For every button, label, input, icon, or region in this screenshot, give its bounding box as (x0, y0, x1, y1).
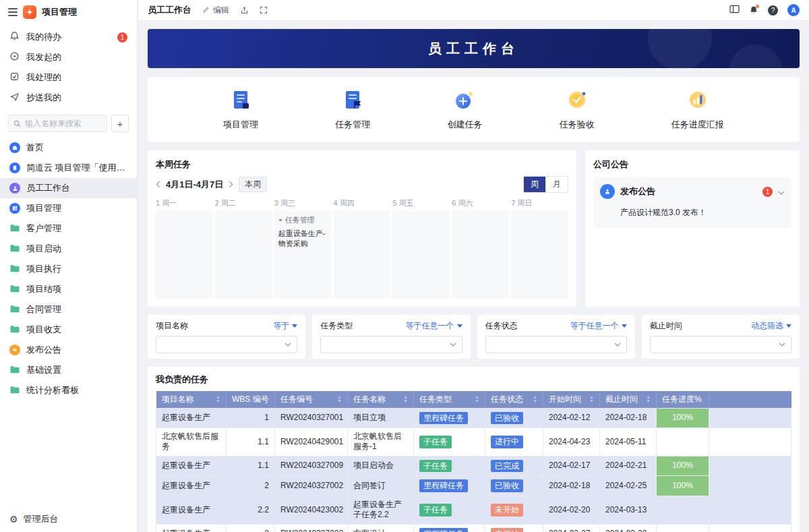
person-icon (9, 183, 20, 194)
cell-start-date: 2024-02-12 (543, 408, 600, 427)
sidebar-item-processed-by-me[interactable]: 我处理的 (0, 67, 137, 88)
caret-down-icon (622, 324, 627, 328)
this-week-button[interactable]: 本周 (239, 177, 267, 192)
sidebar-item-initiated-by-me[interactable]: 我发起的 (0, 47, 137, 67)
column-header-project[interactable]: 项目名称▲▼ (156, 391, 227, 408)
sort-icon: ▲▼ (216, 395, 220, 403)
sidebar-item-cc-to-me[interactable]: 抄送我的 (0, 88, 137, 108)
calendar-event[interactable]: 起重设备生产-物资采购 (278, 229, 328, 249)
admin-console-link[interactable]: ⚙ 管理后台 (0, 506, 137, 532)
filter-deadline: 截止时间 动态筛选 (642, 315, 800, 359)
apps-icon (9, 203, 20, 214)
column-header-task-type[interactable]: 任务类型▲▼ (414, 391, 485, 408)
sidebar-item-project-execution[interactable]: 项目执行 (0, 259, 137, 279)
filter-operator[interactable]: 等于任意一个 (406, 320, 462, 332)
sidebar-item-contract-management[interactable]: 合同管理 (0, 299, 137, 320)
column-header-progress[interactable]: 任务进度%▲▼ (657, 391, 709, 408)
filter-operator[interactable]: 等于 (273, 320, 297, 332)
column-header-wbs[interactable]: WBS 编号▲▲▼ (227, 391, 275, 408)
column-header-start-date[interactable]: 开始时间▲▼ (543, 391, 600, 408)
quick-action-create-task[interactable]: 创建任务 (447, 88, 482, 131)
help-icon[interactable]: ? (768, 5, 778, 16)
day-column-thursday[interactable] (334, 211, 391, 299)
sidebar-item-analytics-dashboard[interactable]: 统计分析看板 (0, 380, 137, 401)
column-header-task-status[interactable]: 任务状态▲▼ (485, 391, 543, 408)
filter-select[interactable] (320, 336, 462, 353)
day-column-tuesday[interactable] (215, 211, 272, 299)
table-row[interactable]: 北京帆软售后服务 1.1 RW20240429001 北京帆软售后服务-1 子任… (156, 427, 791, 456)
sidebar-item-home[interactable]: 首页 (0, 138, 137, 158)
day-column-saturday[interactable] (452, 211, 509, 299)
cell-task-code: RW20240423002 (275, 496, 348, 524)
sidebar-item-project-finance[interactable]: 项目收支 (0, 320, 137, 340)
day-column-sunday[interactable] (511, 211, 568, 299)
task-status-badge: 未开始 (491, 528, 523, 532)
quick-action-task-management[interactable]: 任务管理 (335, 88, 370, 131)
cell-start-date: 2024-02-27 (543, 525, 600, 532)
cell-task-status: 进行中 (485, 427, 543, 456)
sidebar-item-project-start[interactable]: 项目启动 (0, 239, 137, 259)
filter-label: 任务状态 (485, 320, 518, 332)
table-row[interactable]: 起重设备生产 2 RW20240327002 合同签订 里程碑任务 已验收 20… (156, 476, 791, 496)
sidebar-item-label: 我的待办 (26, 31, 61, 43)
sidebar-item-basic-settings[interactable]: 基础设置 (0, 360, 137, 380)
filter-operator[interactable]: 等于任意一个 (570, 320, 627, 332)
cell-end-date: 2024-02-18 (600, 408, 657, 427)
cell-extra (709, 496, 791, 524)
edit-button[interactable]: 编辑 (202, 5, 229, 16)
sidebar-item-project-closure[interactable]: 项目结项 (0, 279, 137, 299)
filter-select[interactable] (156, 336, 297, 353)
sidebar-item-customer-management[interactable]: 客户管理 (0, 218, 137, 239)
column-header-end-date[interactable]: 截止时间▲▼ (600, 391, 657, 408)
column-header-extra (709, 391, 791, 408)
cell-progress (657, 525, 709, 532)
quick-action-task-acceptance[interactable]: 任务验收 (560, 88, 595, 131)
sidebar-item-user-guide[interactable]: 简道云 项目管理「使用说明」 (0, 158, 137, 178)
quick-action-task-progress-report[interactable]: 任务进度汇报 (671, 88, 724, 131)
table-row[interactable]: 起重设备生产 2.2 RW20240423002 起重设备生产子任务2.2 子任… (156, 496, 791, 524)
chevron-right-icon[interactable] (229, 181, 233, 188)
add-button[interactable]: + (111, 115, 129, 132)
sidebar-item-publish-announcement[interactable]: 发布公告 (0, 340, 137, 360)
day-column-wednesday[interactable]: 任务管理 起重设备生产-物资采购 (274, 211, 332, 299)
sidebar-item-employee-workbench[interactable]: 员工工作台 (0, 178, 137, 198)
filter-select[interactable] (485, 336, 627, 353)
column-header-task-name[interactable]: 任务名称▲▼ (348, 391, 414, 408)
hamburger-menu-icon[interactable] (8, 8, 18, 16)
sidebar-item-project-management[interactable]: 项目管理 (0, 198, 137, 218)
cell-wbs: 3 (227, 525, 275, 532)
event-group[interactable]: 任务管理 (278, 215, 328, 225)
task-status-badge: 未开始 (491, 504, 523, 516)
sidebar: 项目管理 我的待办 1 我发起的 我处理的 抄送我的 (0, 0, 138, 532)
caret-down-icon (786, 324, 791, 328)
toggle-month[interactable]: 月 (545, 177, 568, 192)
chevron-left-icon[interactable] (156, 181, 160, 188)
announcement-item[interactable]: 发布公告 1 (600, 184, 785, 199)
chevron-down-icon[interactable] (778, 185, 785, 198)
table-row[interactable]: 起重设备生产 3 RW20240327003 方案设计 里程碑任务 未开始 20… (156, 525, 791, 532)
app-logo-icon[interactable] (23, 5, 36, 19)
sidebar-item-my-todos[interactable]: 我的待办 1 (0, 27, 137, 47)
folder-icon (9, 263, 20, 276)
filter-select[interactable] (650, 336, 791, 353)
table-row[interactable]: 起重设备生产 1 RW20240327001 项目立项 里程碑任务 已验收 20… (156, 408, 791, 427)
fullscreen-icon[interactable] (260, 6, 268, 14)
quick-action-project-management[interactable]: 项目管理 (223, 88, 258, 131)
search-input[interactable] (8, 115, 107, 132)
toggle-week[interactable]: 周 (524, 177, 545, 192)
cell-task-status: 已验收 (485, 408, 543, 427)
cell-extra (709, 427, 791, 456)
cell-start-date: 2024-04-23 (543, 427, 600, 456)
cell-wbs: 1.1 (227, 427, 275, 456)
share-icon[interactable] (240, 6, 249, 15)
day-column-friday[interactable] (392, 211, 450, 299)
filter-operator[interactable]: 动态筛选 (751, 320, 791, 332)
day-column-monday[interactable] (156, 211, 213, 299)
check-square-icon (9, 71, 20, 84)
user-avatar[interactable]: A (787, 4, 800, 16)
table-row[interactable]: 起重设备生产 1.1 RW20240327009 项目启动会 子任务 已完成 2… (156, 456, 791, 476)
sidebar-toggle-icon[interactable] (729, 4, 740, 16)
cell-wbs: 2 (227, 476, 275, 496)
column-header-task-code[interactable]: 任务编号▲▼ (275, 391, 348, 408)
notifications-bell-icon[interactable] (749, 5, 758, 15)
